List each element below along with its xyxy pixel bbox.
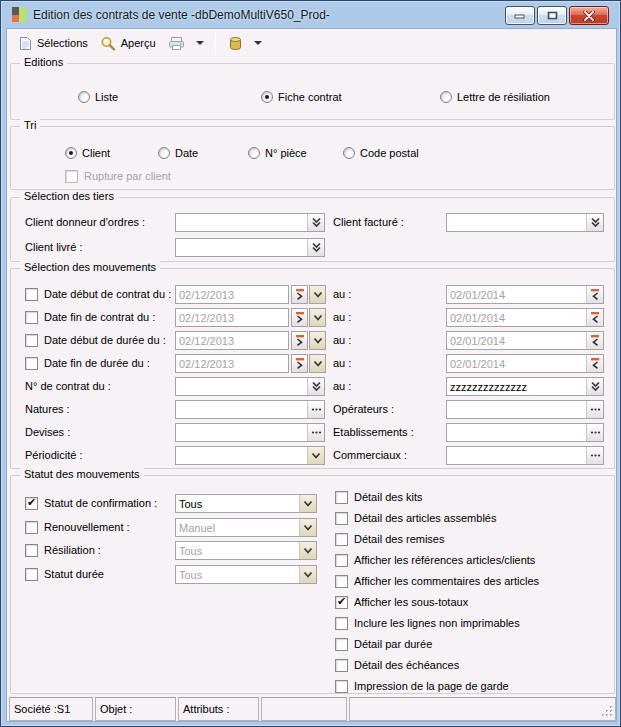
date-back-button[interactable] [586, 332, 603, 349]
etablissements-ellipsis-button[interactable] [586, 424, 603, 441]
natures-ellipsis-button[interactable] [307, 401, 324, 418]
apercu-button[interactable]: Aperçu [94, 33, 162, 54]
checkbox-impression-page-garde[interactable] [335, 680, 348, 693]
radio-lettre-resiliation[interactable] [440, 91, 452, 103]
checkbox-commentaires-articles[interactable] [335, 575, 348, 588]
date-fin-duree-to-input[interactable] [447, 358, 586, 370]
num-contrat-from-combo[interactable] [175, 377, 325, 396]
date-fin-contrat-from-input[interactable] [176, 312, 288, 324]
date-debut-contrat-to-input[interactable] [447, 289, 586, 301]
radio-tri-date-label[interactable]: Date [175, 147, 198, 159]
checkbox-lignes-non-imprimables[interactable] [335, 617, 348, 630]
selections-button[interactable]: Sélections [13, 33, 94, 54]
natures-field[interactable] [175, 400, 325, 419]
checkbox-date-debut-duree[interactable] [25, 334, 38, 347]
date-debut-duree-from-input[interactable] [176, 335, 288, 347]
date-back-button[interactable] [586, 309, 603, 326]
num-contrat-from-dropdown-button[interactable] [307, 378, 324, 395]
num-contrat-to-combo[interactable] [446, 377, 604, 396]
date-debut-contrat-from-field[interactable] [175, 285, 289, 304]
date-fin-duree-to-field[interactable] [446, 354, 604, 373]
devises-ellipsis-button[interactable] [307, 424, 324, 441]
checkbox-detail-kits[interactable] [335, 491, 348, 504]
client-facture-combo[interactable] [446, 213, 604, 232]
checkbox-rupture-par-client[interactable] [65, 170, 78, 183]
operateurs-ellipsis-button[interactable] [586, 401, 603, 418]
date-dropdown-button[interactable] [309, 308, 326, 327]
radio-tri-piece[interactable] [248, 147, 260, 159]
minimize-button[interactable] [505, 6, 535, 25]
checkbox-date-fin-duree[interactable] [25, 357, 38, 370]
client-facture-input[interactable] [447, 217, 586, 229]
client-facture-dropdown-button[interactable] [586, 214, 603, 231]
radio-lettre-resiliation-label[interactable]: Lettre de résiliation [457, 91, 550, 103]
client-donneur-input[interactable] [176, 217, 307, 229]
radio-fiche-contrat[interactable] [261, 91, 273, 103]
close-button[interactable] [569, 6, 609, 25]
operateurs-field[interactable] [446, 400, 604, 419]
titlebar[interactable]: Edition des contrats de vente -dbDemoMul… [6, 1, 615, 28]
checkbox-references-articles-clients[interactable] [335, 554, 348, 567]
commerciaux-input[interactable] [447, 450, 586, 462]
periodicite-combo[interactable] [175, 446, 325, 465]
radio-liste[interactable] [78, 91, 90, 103]
date-debut-duree-to-input[interactable] [447, 335, 586, 347]
client-donneur-combo[interactable] [175, 213, 325, 232]
client-livre-combo[interactable] [175, 238, 325, 257]
natures-input[interactable] [176, 404, 307, 416]
client-donneur-dropdown-button[interactable] [307, 214, 324, 231]
radio-tri-client[interactable] [65, 147, 77, 159]
date-dropdown-button[interactable] [309, 331, 326, 350]
date-fin-contrat-to-field[interactable] [446, 308, 604, 327]
date-next-button[interactable] [291, 331, 308, 350]
periodicite-input[interactable] [176, 450, 307, 462]
checkbox-date-debut-contrat[interactable] [25, 288, 38, 301]
date-back-button[interactable] [586, 355, 603, 372]
print-dropdown-arrow[interactable] [196, 41, 204, 45]
num-contrat-to-input[interactable] [447, 381, 586, 393]
date-next-button[interactable] [291, 308, 308, 327]
date-fin-contrat-from-field[interactable] [175, 308, 289, 327]
commerciaux-ellipsis-button[interactable] [586, 447, 603, 464]
maximize-button[interactable] [537, 6, 567, 25]
radio-tri-client-label[interactable]: Client [82, 147, 110, 159]
date-debut-contrat-from-input[interactable] [176, 289, 288, 301]
radio-tri-code-postal-label[interactable]: Code postal [360, 147, 419, 159]
date-dropdown-button[interactable] [309, 285, 326, 304]
etablissements-field[interactable] [446, 423, 604, 442]
radio-liste-label[interactable]: Liste [95, 91, 118, 103]
date-fin-duree-from-input[interactable] [176, 358, 288, 370]
checkbox-detail-par-duree[interactable] [335, 638, 348, 651]
periodicite-dropdown-button[interactable] [307, 447, 324, 464]
checkbox-sous-totaux[interactable] [335, 596, 348, 609]
etablissements-input[interactable] [447, 427, 586, 439]
date-fin-contrat-to-input[interactable] [447, 312, 586, 324]
client-livre-dropdown-button[interactable] [307, 239, 324, 256]
radio-tri-piece-label[interactable]: N° pièce [265, 147, 307, 159]
commerciaux-field[interactable] [446, 446, 604, 465]
checkbox-date-fin-contrat[interactable] [25, 311, 38, 324]
date-next-button[interactable] [291, 285, 308, 304]
client-livre-input[interactable] [176, 242, 307, 254]
date-dropdown-button[interactable] [309, 354, 326, 373]
devises-field[interactable] [175, 423, 325, 442]
date-debut-contrat-to-field[interactable] [446, 285, 604, 304]
devises-input[interactable] [176, 427, 307, 439]
database-dropdown-arrow[interactable] [254, 41, 262, 45]
operateurs-input[interactable] [447, 404, 586, 416]
date-fin-duree-from-field[interactable] [175, 354, 289, 373]
checkbox-detail-remises[interactable] [335, 533, 348, 546]
database-button[interactable] [222, 33, 249, 54]
radio-tri-date[interactable] [158, 147, 170, 159]
radio-fiche-contrat-label[interactable]: Fiche contrat [278, 91, 342, 103]
print-button[interactable] [162, 33, 191, 54]
date-debut-duree-to-field[interactable] [446, 331, 604, 350]
date-next-button[interactable] [291, 354, 308, 373]
date-back-button[interactable] [586, 286, 603, 303]
num-contrat-from-input[interactable] [176, 381, 307, 393]
num-contrat-to-dropdown-button[interactable] [586, 378, 603, 395]
date-debut-duree-from-field[interactable] [175, 331, 289, 350]
checkbox-detail-articles-assembles[interactable] [335, 512, 348, 525]
radio-tri-code-postal[interactable] [343, 147, 355, 159]
resize-grip[interactable] [600, 704, 614, 718]
